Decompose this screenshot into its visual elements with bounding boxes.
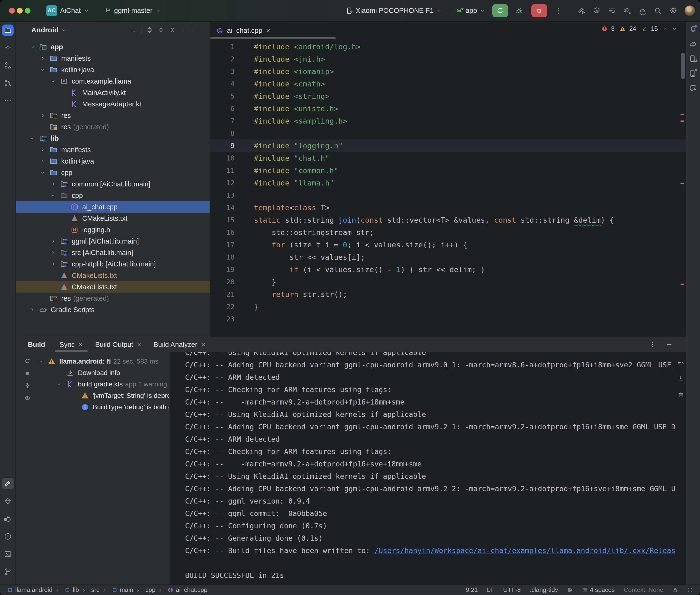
prev-problem-icon[interactable] — [663, 26, 668, 32]
code-line[interactable]: 23 — [210, 313, 686, 325]
tree-row[interactable]: res — [16, 110, 209, 121]
code-line[interactable]: 4 #include <cmath> — [210, 78, 686, 90]
sidebar-item-running-devices[interactable] — [689, 69, 697, 78]
tree-row[interactable]: common [AiChat.lib.main] — [16, 178, 209, 190]
sidebar-item-resource-manager[interactable] — [2, 495, 13, 507]
line-separator[interactable]: LF — [487, 586, 494, 594]
tree-chevron[interactable] — [50, 238, 60, 244]
code-line[interactable]: 13 — [210, 189, 686, 201]
gradle-sync-icon[interactable] — [639, 7, 647, 15]
build-tab[interactable]: Sync — [60, 337, 83, 352]
code-line[interactable]: 16 std::ostringstream str; — [210, 226, 686, 238]
change-stripe-mark[interactable] — [680, 183, 684, 184]
tree-chevron[interactable] — [61, 227, 70, 233]
tree-row[interactable]: Gradle Scripts — [16, 304, 209, 315]
code-line[interactable]: 6 #include <unistd.h> — [210, 103, 686, 115]
tree-row[interactable]: cpp-httplib [AiChat.lib.main] — [16, 258, 209, 270]
tree-chevron[interactable] — [40, 67, 49, 73]
close-tab-icon[interactable] — [137, 341, 141, 348]
breadcrumb-item[interactable]: src — [79, 586, 99, 594]
hide-build-panel-button[interactable] — [666, 341, 673, 348]
scroll-to-end-button[interactable] — [677, 375, 684, 382]
tree-row[interactable]: CMakeLists.txt — [16, 281, 209, 293]
tree-chevron[interactable] — [56, 381, 66, 387]
stop-button[interactable] — [531, 4, 547, 18]
sync-refresh-button[interactable] — [24, 358, 31, 364]
tree-row[interactable]: cpp — [16, 190, 209, 201]
tree-row[interactable]: manifests — [16, 144, 209, 155]
breadcrumb-item[interactable]: lib — [52, 586, 79, 594]
tree-chevron[interactable] — [38, 359, 47, 364]
tree-row[interactable]: logging.h — [16, 224, 209, 235]
error-stripe-mark[interactable] — [680, 120, 684, 122]
caret-position[interactable]: 9:21 — [466, 586, 478, 594]
tree-chevron[interactable] — [61, 90, 70, 95]
next-problem-icon[interactable] — [672, 26, 677, 32]
tree-row[interactable]: CMakeLists.txt — [16, 270, 209, 281]
tab-scrollbar[interactable] — [210, 37, 336, 39]
code-line[interactable]: 14 template<class T> — [210, 201, 686, 214]
tree-chevron[interactable] — [40, 295, 49, 301]
tree-row[interactable]: CMakeLists.txt — [16, 213, 209, 224]
search-everywhere-icon[interactable] — [654, 7, 662, 15]
tree-chevron[interactable] — [50, 78, 60, 84]
inspect-filter-button[interactable] — [24, 395, 31, 401]
code-line[interactable]: 22 } — [210, 301, 686, 313]
build-tree-row[interactable]: 'jvmTarget: String' is deprec — [36, 390, 169, 401]
breadcrumb-item[interactable]: cpp — [133, 586, 155, 594]
tree-row[interactable]: com.example.llama — [16, 76, 209, 87]
tree-chevron[interactable] — [29, 307, 39, 313]
editor-tab-ai-chat-cpp[interactable]: ai_chat.cpp — [210, 22, 277, 39]
attach-debugger-icon[interactable] — [623, 7, 632, 15]
build-run-icon[interactable] — [578, 7, 586, 15]
rollback-lines-icon[interactable] — [608, 7, 616, 15]
tree-chevron[interactable] — [40, 55, 49, 61]
tree-chevron[interactable] — [50, 261, 60, 267]
project-view-selector[interactable]: Android — [31, 26, 67, 34]
rerun-button[interactable] — [492, 4, 508, 18]
sidebar-item-build[interactable] — [2, 478, 13, 489]
build-tree-row[interactable]: Download info — [36, 367, 169, 378]
sidebar-item-version-control[interactable] — [2, 566, 13, 577]
file-encoding[interactable]: UTF-8 — [503, 586, 521, 594]
sidebar-item-commit[interactable] — [2, 42, 13, 54]
code-line[interactable]: 18 str << values[i]; — [210, 251, 686, 263]
clear-console-button[interactable] — [677, 391, 684, 398]
tree-chevron[interactable] — [50, 250, 60, 255]
code-line[interactable]: 3 #include <iomanip> — [210, 65, 686, 78]
tree-row[interactable]: res (generated) — [16, 121, 209, 133]
code-line[interactable]: 2 #include <jni.h> — [210, 53, 686, 65]
code-line[interactable]: 12 #include "llama.h" — [210, 177, 686, 189]
minimize-window-button[interactable] — [17, 8, 23, 13]
tree-chevron[interactable] — [61, 101, 70, 107]
tree-row[interactable]: res (generated) — [16, 293, 209, 304]
build-tree-row[interactable]: BuildType 'debug' is both de — [36, 401, 169, 413]
settings-gear-icon[interactable] — [669, 7, 677, 15]
tree-chevron[interactable] — [56, 370, 66, 376]
code-line[interactable]: 9 #include "logging.h" — [210, 140, 686, 152]
close-window-button[interactable] — [9, 8, 15, 13]
code-line[interactable]: 5 #include <string> — [210, 90, 686, 103]
user-avatar[interactable] — [684, 5, 695, 16]
build-console[interactable]: C/C++: -- Using KleidiAI optimized kerne… — [170, 352, 675, 585]
clang-tidy-indicator[interactable]: .clang-tidy — [530, 586, 558, 594]
tree-chevron[interactable] — [40, 170, 49, 175]
code-line[interactable]: 10 #include "chat.h" — [210, 152, 686, 164]
error-stripe-mark[interactable] — [680, 114, 684, 115]
tree-row[interactable]: MessageAdapter.kt — [16, 98, 209, 110]
tree-chevron[interactable] — [50, 181, 60, 187]
tree-chevron[interactable] — [40, 147, 49, 152]
run-configuration-selector[interactable]: app — [455, 7, 485, 15]
code-line[interactable]: 1 #include <android/log.h> — [210, 40, 686, 53]
tree-row[interactable]: app — [16, 41, 209, 53]
expand-all-button[interactable] — [158, 27, 164, 33]
device-selector[interactable]: Xiaomi POCOPHONE F1 — [345, 7, 442, 15]
context-indicator[interactable]: Context: None — [624, 586, 663, 594]
code-line[interactable]: 11 #include "common.h" — [210, 164, 686, 177]
indent-indicator[interactable]: 4 spaces — [582, 586, 615, 594]
breadcrumb-item[interactable]: ai_chat.cpp — [155, 586, 207, 594]
tree-chevron[interactable] — [50, 193, 60, 198]
tree-chevron[interactable] — [40, 158, 49, 164]
tree-row[interactable]: MainActivity.kt — [16, 87, 209, 98]
code-line[interactable]: 19 if (i < values.size() - 1) { str << d… — [210, 263, 686, 276]
